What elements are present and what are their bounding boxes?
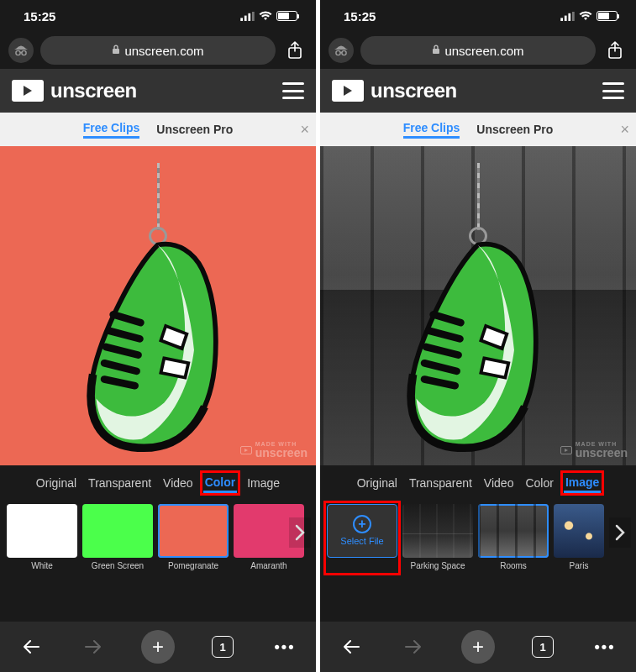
svg-point-4 [16, 50, 20, 55]
swatch-green-screen[interactable]: Green Screen [82, 504, 153, 570]
svg-rect-3 [252, 12, 255, 21]
cell-signal-icon [240, 12, 255, 21]
site-header: unscreen [320, 69, 636, 113]
svg-rect-2 [248, 13, 250, 20]
status-time: 15:25 [344, 9, 376, 24]
preview-canvas: MADE WITH unscreen [0, 146, 316, 465]
bgtab-original[interactable]: Original [34, 475, 78, 491]
close-button[interactable]: × [620, 121, 629, 139]
phone-right: 15:25 unscreen.com unscreen Free Clips [320, 0, 636, 672]
phone-left: 15:25 unscreen.com unscreen Free Clips [0, 0, 316, 672]
browser-toolbar: + 1 ••• [320, 622, 636, 672]
preview-subject [61, 163, 255, 449]
thumb-rooms[interactable]: Rooms [478, 504, 549, 570]
browser-address-bar: unscreen.com [0, 32, 316, 69]
incognito-icon[interactable] [329, 38, 354, 63]
svg-point-5 [22, 50, 26, 55]
svg-rect-0 [240, 18, 243, 21]
logo-text: unscreen [371, 79, 457, 102]
background-type-tabs: Original Transparent Video Color Image [0, 465, 316, 501]
svg-point-12 [336, 50, 340, 55]
plan-tabs: Free Clips Unscreen Pro × [320, 113, 636, 146]
forward-button[interactable] [79, 633, 108, 661]
image-thumbnail-row: + Select File Parking Space Rooms Paris [320, 501, 636, 583]
plus-icon: + [353, 515, 371, 533]
thumb-next-button[interactable] [609, 517, 631, 548]
select-file-button[interactable]: + Select File [327, 504, 397, 570]
lock-icon [432, 45, 440, 56]
logo-icon [332, 80, 364, 102]
bgtab-transparent[interactable]: Transparent [407, 475, 474, 491]
battery-icon [276, 11, 297, 21]
background-type-tabs: Original Transparent Video Color Image [320, 465, 636, 501]
bgtab-video[interactable]: Video [482, 475, 516, 491]
plan-tabs: Free Clips Unscreen Pro × [0, 113, 316, 146]
tab-unscreen-pro[interactable]: Unscreen Pro [476, 123, 553, 136]
back-button[interactable] [17, 633, 45, 661]
color-swatch-row: White Green Screen Pomegranate Amaranth [0, 501, 316, 583]
new-tab-button[interactable]: + [461, 630, 495, 664]
status-time: 15:25 [24, 9, 55, 24]
preview-canvas: MADE WITH unscreen [320, 146, 636, 465]
more-button[interactable]: ••• [591, 633, 619, 661]
more-button[interactable]: ••• [271, 633, 299, 661]
status-bar: 15:25 [320, 0, 636, 32]
wifi-icon [259, 11, 272, 21]
bgtab-transparent[interactable]: Transparent [87, 475, 153, 491]
thumb-paris[interactable]: Paris [554, 504, 604, 570]
browser-toolbar: + 1 ••• [0, 622, 316, 672]
battery-icon [597, 11, 618, 21]
back-button[interactable] [337, 633, 365, 661]
site-header: unscreen [0, 69, 316, 113]
thumb-parking-space[interactable]: Parking Space [402, 504, 473, 570]
tabs-button[interactable]: 1 [208, 633, 237, 661]
bgtab-video[interactable]: Video [161, 475, 195, 491]
url-field[interactable]: unscreen.com [40, 36, 276, 65]
tab-unscreen-pro[interactable]: Unscreen Pro [156, 123, 233, 136]
bgtab-image[interactable]: Image [564, 474, 601, 493]
svg-rect-11 [572, 12, 575, 21]
tab-free-clips[interactable]: Free Clips [83, 121, 140, 139]
bgtab-color[interactable]: Color [203, 474, 238, 493]
lock-icon [112, 45, 120, 56]
url-text: unscreen.com [124, 44, 203, 58]
url-text: unscreen.com [444, 44, 523, 58]
bgtab-image[interactable]: Image [245, 475, 281, 491]
logo[interactable]: unscreen [12, 79, 137, 102]
bgtab-color[interactable]: Color [523, 475, 555, 491]
browser-address-bar: unscreen.com [320, 32, 636, 69]
bgtab-original[interactable]: Original [355, 475, 399, 491]
logo-icon [12, 80, 44, 102]
svg-rect-1 [244, 15, 247, 20]
svg-point-13 [342, 50, 346, 55]
logo[interactable]: unscreen [332, 79, 457, 102]
swatch-white[interactable]: White [7, 504, 77, 570]
share-button[interactable] [282, 38, 307, 63]
svg-rect-6 [113, 49, 119, 54]
share-button[interactable] [602, 38, 628, 63]
svg-rect-9 [565, 15, 567, 20]
preview-subject [381, 163, 575, 449]
url-field[interactable]: unscreen.com [360, 36, 596, 65]
status-right [240, 11, 297, 21]
status-right [560, 11, 618, 21]
new-tab-button[interactable]: + [141, 630, 175, 664]
swatch-next-button[interactable] [289, 517, 311, 548]
svg-rect-8 [560, 18, 563, 21]
forward-button[interactable] [399, 633, 428, 661]
incognito-icon[interactable] [8, 38, 34, 63]
status-bar: 15:25 [0, 0, 316, 32]
svg-rect-14 [433, 49, 439, 54]
swatch-pomegranate[interactable]: Pomegranate [158, 504, 229, 570]
svg-rect-10 [568, 13, 570, 20]
menu-button[interactable] [282, 82, 304, 99]
wifi-icon [579, 11, 592, 21]
logo-text: unscreen [50, 79, 137, 102]
tab-free-clips[interactable]: Free Clips [403, 121, 460, 139]
tabs-button[interactable]: 1 [528, 633, 557, 661]
menu-button[interactable] [602, 82, 624, 99]
cell-signal-icon [560, 12, 575, 21]
close-button[interactable]: × [300, 121, 309, 139]
